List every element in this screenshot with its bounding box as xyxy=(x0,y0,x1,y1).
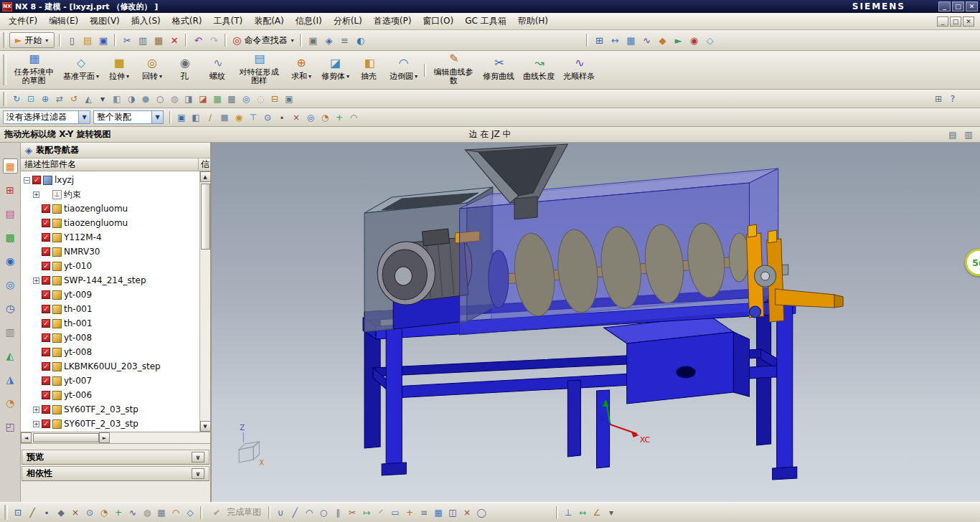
preview-section-header[interactable]: 预览 ∨ xyxy=(22,450,209,465)
ellipse-icon[interactable]: ◯ xyxy=(475,506,488,519)
component-checkbox[interactable] xyxy=(42,276,50,285)
tree-row[interactable]: Y112M-4 xyxy=(21,230,199,245)
trimetric-icon[interactable]: ◧ xyxy=(110,92,123,105)
selection-filter-dropdown[interactable]: 没有选择过滤器 ▼ xyxy=(3,110,90,124)
pattern-curve-icon[interactable]: ▦ xyxy=(432,506,445,519)
dock-toggle-icon[interactable]: ▥ xyxy=(962,128,975,141)
menu-item[interactable]: 分析(L) xyxy=(328,14,368,29)
chevron-down-icon[interactable]: ∨ xyxy=(192,468,204,479)
chevron-down-icon[interactable]: ∨ xyxy=(192,452,204,462)
component-checkbox[interactable] xyxy=(42,262,50,270)
tree-row[interactable]: tiaozengluomu xyxy=(21,216,199,230)
start-button[interactable]: ► 开始 ▾ xyxy=(9,32,55,48)
highlight-icon[interactable]: ◉ xyxy=(232,111,245,124)
shaded-edges-icon[interactable]: ◑ xyxy=(125,92,138,105)
enable-snap-icon[interactable]: ⊡ xyxy=(11,506,24,519)
end-point-icon[interactable]: ╱ xyxy=(26,506,39,519)
toolbar-grip[interactable] xyxy=(3,32,6,48)
sketch-options-icon[interactable]: ▾ xyxy=(605,506,618,519)
chevron-down-icon[interactable]: ▾ xyxy=(159,72,162,81)
intersection-snap-icon[interactable]: × xyxy=(290,111,303,124)
unite-button[interactable]: ⊕ 求和 ▾ xyxy=(285,52,318,88)
mid-point-icon[interactable]: ∙ xyxy=(40,506,53,519)
chevron-down-icon[interactable]: ▾ xyxy=(96,72,99,81)
menu-item[interactable]: GC 工具箱 xyxy=(459,14,512,29)
fit-view-icon[interactable]: ⊡ xyxy=(24,92,37,105)
component-checkbox[interactable] xyxy=(42,290,50,299)
restore-button[interactable]: □ xyxy=(952,1,964,11)
component-checkbox[interactable] xyxy=(42,333,50,342)
datum-plane-button[interactable]: ◇ 基准平面 ▾ xyxy=(60,52,103,88)
clearance-analysis-icon[interactable]: ◉ xyxy=(687,33,701,47)
expander-icon[interactable]: + xyxy=(33,277,39,284)
control-point-icon[interactable]: ◆ xyxy=(55,506,67,519)
offset-curve-icon[interactable]: ≡ xyxy=(418,506,430,519)
tangent-point-icon[interactable]: ◠ xyxy=(169,506,182,519)
intersection-icon[interactable]: × xyxy=(69,506,82,519)
tree-horizontal-scrollbar[interactable]: ◄ ► xyxy=(21,432,210,444)
hole-button[interactable]: ◉ 孔 xyxy=(169,52,202,88)
wcs-indicator[interactable]: Z X xyxy=(239,424,264,467)
component-checkbox[interactable] xyxy=(42,204,50,213)
task-sketch-button[interactable]: ▦ 任务环境中的草图 xyxy=(9,52,60,88)
exploded-views-icon[interactable]: ◆ xyxy=(655,33,669,47)
expander-icon[interactable]: + xyxy=(33,407,39,413)
menu-item[interactable]: 首选项(P) xyxy=(368,14,418,29)
menu-item[interactable]: 格式(R) xyxy=(166,14,208,29)
chevron-down-icon[interactable]: ▾ xyxy=(415,72,418,81)
toolbar-grip[interactable] xyxy=(4,505,8,521)
arc-center-icon[interactable]: ⊙ xyxy=(83,506,96,519)
assembly-constraints-icon[interactable]: ⊞ xyxy=(592,33,606,47)
component-checkbox[interactable] xyxy=(42,219,50,227)
tree-row[interactable]: yt-010 xyxy=(21,259,199,273)
point-icon[interactable]: + xyxy=(403,506,416,519)
curve-length-button[interactable]: ↝ 曲线长度 xyxy=(519,52,560,88)
tree-row[interactable]: + SY60TF_2_03_stp xyxy=(21,417,199,431)
rotate-view-icon[interactable]: ↺ xyxy=(67,92,80,105)
assembly-navigator-tab[interactable]: ▦ xyxy=(3,158,18,174)
existing-point-icon[interactable]: + xyxy=(112,506,125,519)
history-tab[interactable]: ◷ xyxy=(3,300,18,315)
pattern-component-icon[interactable]: ▦ xyxy=(623,33,638,47)
selection-scope-dropdown[interactable]: 整个装配 ▼ xyxy=(93,110,164,124)
cursor-help-icon[interactable]: ? xyxy=(946,92,959,105)
datum-csys-icon[interactable]: ◇ xyxy=(702,33,717,47)
tree-row[interactable]: + ⊥ 约束 xyxy=(21,187,199,201)
tree-row[interactable]: tiaozengluomu xyxy=(21,201,199,216)
command-finder-button[interactable]: ◎ 命令查找器 ▾ xyxy=(230,34,297,47)
orient-view-icon[interactable]: ▾ xyxy=(96,92,109,105)
component-checkbox[interactable] xyxy=(32,176,41,184)
quick-trim-icon[interactable]: ✂ xyxy=(346,506,359,519)
mirror-curve-icon[interactable]: ◫ xyxy=(446,506,459,519)
component-checkbox[interactable] xyxy=(42,391,50,399)
scroll-left-icon[interactable]: ◄ xyxy=(21,432,32,443)
edge-blend-button[interactable]: ◠ 边倒圆 ▾ xyxy=(386,52,421,88)
menu-item[interactable]: 插入(S) xyxy=(126,14,166,29)
edit-curve-params-button[interactable]: ✎ 编辑曲线参数 xyxy=(429,52,479,88)
chevron-down-icon[interactable]: ▼ xyxy=(78,111,90,123)
layer-settings-icon[interactable]: ≡ xyxy=(337,33,352,47)
edit-section-icon[interactable]: ⊟ xyxy=(268,92,281,105)
arc-icon[interactable]: ◠ xyxy=(303,506,316,519)
column-info[interactable]: 信 xyxy=(199,158,210,171)
quadrant-point-icon[interactable]: ◔ xyxy=(98,506,110,519)
minimize-button[interactable]: _ xyxy=(938,1,951,11)
system-scene-tab[interactable]: ◰ xyxy=(3,419,18,434)
chevron-down-icon[interactable]: ▾ xyxy=(347,72,349,81)
open-icon[interactable]: ▤ xyxy=(80,33,95,47)
show-constraints-icon[interactable]: ⊥ xyxy=(562,506,575,519)
tree-row[interactable]: yt-008 xyxy=(21,345,199,359)
component-checkbox[interactable] xyxy=(42,419,50,428)
fillet-icon[interactable]: ◜ xyxy=(374,506,387,519)
shell-button[interactable]: ◧ 抽壳 xyxy=(353,52,386,88)
select-all-icon[interactable]: ▣ xyxy=(175,111,188,124)
toolbar-grip[interactable] xyxy=(3,92,6,106)
component-checkbox[interactable] xyxy=(42,247,50,256)
dependencies-section-header[interactable]: 相依性 ∨ xyxy=(22,466,209,481)
tree-vertical-scrollbar[interactable]: ▲ ▼ xyxy=(199,171,210,432)
reuse-library-tab[interactable]: ▩ xyxy=(3,229,18,245)
derived-line-icon[interactable]: ∥ xyxy=(331,506,344,519)
menu-item[interactable]: 工具(T) xyxy=(207,14,248,29)
wave-geometry-icon[interactable]: ∿ xyxy=(639,33,654,47)
component-checkbox[interactable] xyxy=(42,319,50,328)
